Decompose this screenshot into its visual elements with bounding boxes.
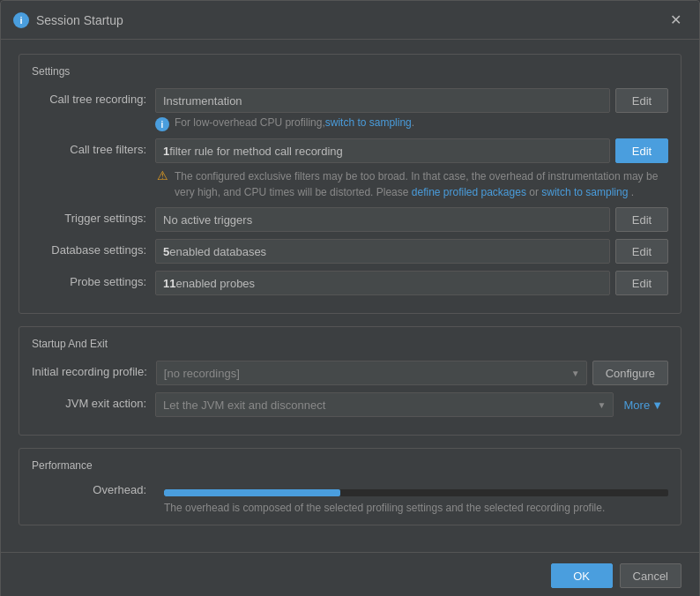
overhead-progress-bar bbox=[164, 489, 340, 496]
dialog-title: Session Startup bbox=[36, 13, 665, 27]
trigger-settings-edit-btn[interactable]: Edit bbox=[615, 207, 668, 232]
cancel-button[interactable]: Cancel bbox=[620, 563, 681, 588]
call-tree-recording-input-row: Edit bbox=[155, 88, 668, 113]
dialog-icon: i bbox=[13, 12, 29, 28]
session-startup-dialog: i Session Startup ✕ Settings Call tree r… bbox=[0, 0, 700, 596]
info-icon: i bbox=[155, 117, 169, 131]
ok-button[interactable]: OK bbox=[551, 563, 613, 588]
probe-settings-display: 11 enabled probes bbox=[155, 271, 610, 295]
call-tree-recording-info: i For low-overhead CPU profiling, switch… bbox=[155, 116, 668, 131]
db-text: enabled databases bbox=[169, 245, 266, 258]
overhead-row: Overhead: bbox=[32, 482, 668, 496]
call-tree-filters-controls: 1 filter rule for method call recording … bbox=[155, 138, 668, 200]
initial-recording-select[interactable]: [no recordings] bbox=[156, 361, 587, 385]
jvm-exit-row: JVM exit action: Let the JVM exit and di… bbox=[32, 392, 668, 417]
info-text: For low-overhead CPU profiling, bbox=[175, 116, 325, 129]
database-settings-row: Database settings: 5 enabled databases E… bbox=[32, 239, 668, 264]
call-tree-recording-row: Call tree recording: Edit i For low-over… bbox=[32, 88, 668, 131]
probe-settings-input-row: 11 enabled probes Edit bbox=[155, 271, 668, 295]
call-tree-filters-row: Call tree filters: 1 filter rule for met… bbox=[32, 138, 668, 200]
probe-settings-label: Probe settings: bbox=[32, 271, 155, 288]
database-settings-display: 5 enabled databases bbox=[155, 239, 610, 264]
define-profiled-packages-link[interactable]: define profiled packages bbox=[412, 186, 526, 198]
title-bar: i Session Startup ✕ bbox=[1, 1, 699, 40]
performance-title: Performance bbox=[32, 459, 668, 472]
trigger-settings-label: Trigger settings: bbox=[32, 207, 155, 225]
jvm-exit-input-row: Let the JVM exit and disconnect ▼ More ▼ bbox=[155, 392, 668, 417]
trigger-settings-input-row: Edit bbox=[155, 207, 668, 232]
startup-exit-section: Startup And Exit Initial recording profi… bbox=[19, 326, 681, 436]
jvm-exit-select-wrapper: Let the JVM exit and disconnect ▼ bbox=[155, 392, 614, 417]
jvm-exit-label: JVM exit action: bbox=[32, 392, 155, 410]
call-tree-recording-input[interactable] bbox=[155, 88, 610, 113]
initial-recording-input-row: [no recordings] ▼ Configure bbox=[156, 361, 668, 385]
call-tree-filters-warning: ⚠ The configured exclusive filters may b… bbox=[155, 168, 668, 200]
call-tree-filters-input-row: 1 filter rule for method call recording … bbox=[155, 138, 668, 163]
call-tree-recording-label: Call tree recording: bbox=[32, 88, 155, 106]
jvm-exit-controls: Let the JVM exit and disconnect ▼ More ▼ bbox=[155, 392, 668, 417]
overhead-description: The overhead is composed of the selected… bbox=[32, 502, 668, 514]
initial-recording-label: Initial recording profile: bbox=[32, 361, 156, 378]
probe-settings-controls: 11 enabled probes Edit bbox=[155, 271, 668, 295]
call-tree-recording-controls: Edit i For low-overhead CPU profiling, s… bbox=[155, 88, 668, 131]
overhead-label: Overhead: bbox=[32, 483, 155, 496]
initial-recording-select-wrapper: [no recordings] ▼ bbox=[156, 361, 587, 385]
warning-text2: or bbox=[529, 186, 541, 198]
probe-count: 11 bbox=[163, 277, 175, 290]
close-button[interactable]: ✕ bbox=[665, 10, 687, 30]
switch-to-sampling-link2[interactable]: switch to sampling bbox=[541, 186, 628, 198]
dialog-body: Settings Call tree recording: Edit i For… bbox=[1, 40, 699, 552]
more-arrow-icon: ▼ bbox=[652, 399, 663, 412]
performance-section: Performance Overhead: The overhead is co… bbox=[19, 448, 681, 525]
switch-to-sampling-link[interactable]: switch to sampling bbox=[325, 116, 412, 129]
database-settings-input-row: 5 enabled databases Edit bbox=[155, 239, 668, 264]
trigger-settings-input[interactable] bbox=[155, 207, 610, 232]
filters-count: 1 bbox=[163, 145, 169, 158]
overhead-progress-bar-container bbox=[164, 489, 668, 496]
settings-section: Settings Call tree recording: Edit i For… bbox=[19, 54, 681, 314]
probe-text: enabled probes bbox=[175, 277, 255, 290]
configure-btn[interactable]: Configure bbox=[592, 361, 668, 385]
db-count: 5 bbox=[163, 245, 169, 258]
startup-exit-title: Startup And Exit bbox=[32, 338, 668, 350]
jvm-exit-select[interactable]: Let the JVM exit and disconnect bbox=[155, 392, 614, 417]
database-settings-controls: 5 enabled databases Edit bbox=[155, 239, 668, 264]
dialog-footer: OK Cancel bbox=[1, 552, 699, 596]
filters-text: filter rule for method call recording bbox=[169, 145, 343, 158]
call-tree-recording-edit-btn[interactable]: Edit bbox=[615, 88, 668, 113]
initial-recording-controls: [no recordings] ▼ Configure bbox=[156, 361, 668, 385]
settings-title: Settings bbox=[32, 65, 668, 78]
call-tree-filters-label: Call tree filters: bbox=[32, 138, 155, 156]
warning-icon: ⚠ bbox=[155, 168, 169, 183]
database-settings-edit-btn[interactable]: Edit bbox=[615, 239, 668, 264]
call-tree-filters-edit-btn[interactable]: Edit bbox=[615, 138, 668, 163]
trigger-settings-controls: Edit bbox=[155, 207, 668, 232]
probe-settings-row: Probe settings: 11 enabled probes Edit bbox=[32, 271, 668, 295]
more-btn[interactable]: More ▼ bbox=[619, 395, 669, 415]
trigger-settings-row: Trigger settings: Edit bbox=[32, 207, 668, 232]
call-tree-filters-display: 1 filter rule for method call recording bbox=[155, 138, 610, 163]
initial-recording-row: Initial recording profile: [no recording… bbox=[32, 361, 668, 385]
probe-settings-edit-btn[interactable]: Edit bbox=[615, 271, 668, 295]
database-settings-label: Database settings: bbox=[32, 239, 155, 257]
